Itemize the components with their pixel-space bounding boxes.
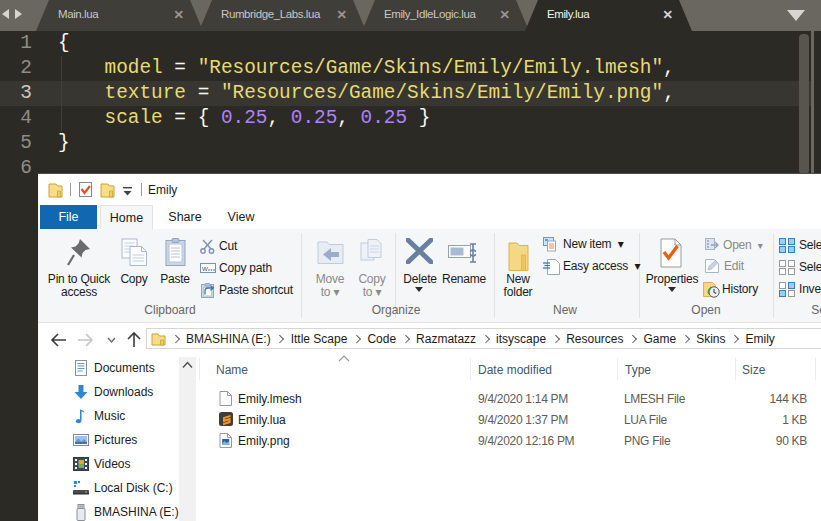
svg-text:w: w xyxy=(201,264,208,273)
